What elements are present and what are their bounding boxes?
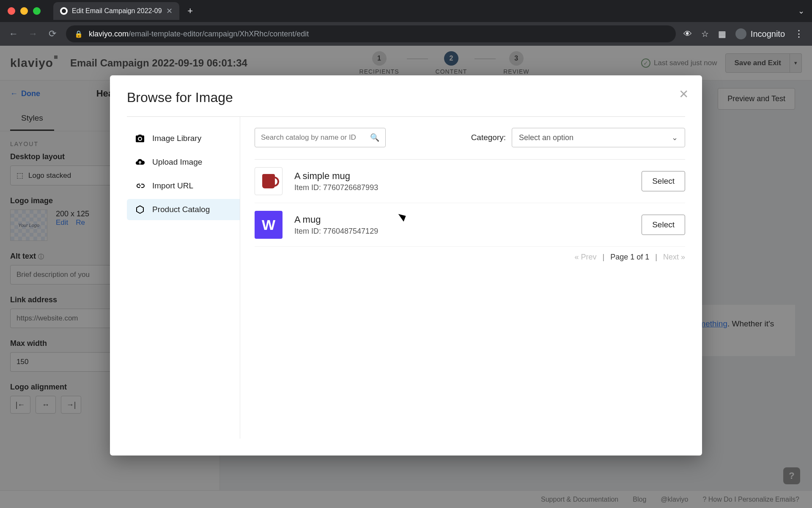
- url-host: klaviyo.com: [89, 30, 129, 38]
- select-product-button[interactable]: Select: [642, 215, 685, 235]
- modal-title: Browse for Image: [127, 90, 685, 105]
- browser-menu-icon[interactable]: ⋮: [794, 28, 804, 39]
- tab-strip: Edit Email Campaign 2022-09 ✕ + ⌄: [0, 0, 812, 22]
- window-controls: [8, 7, 41, 15]
- sidebar-item-image-library[interactable]: Image Library: [127, 128, 240, 149]
- incognito-icon: [735, 28, 746, 39]
- window-zoom-icon[interactable]: [33, 7, 41, 15]
- tab-favicon-icon: [60, 7, 68, 15]
- link-icon: [134, 181, 145, 190]
- browse-image-modal: Browse for Image ✕ Image Library Upload …: [110, 75, 702, 456]
- sidebar-item-label: Import URL: [152, 181, 193, 190]
- browser-chrome: Edit Email Campaign 2022-09 ✕ + ⌄ ← → ⟳ …: [0, 0, 812, 46]
- camera-icon: [134, 134, 145, 143]
- nav-forward-icon: →: [27, 28, 39, 39]
- incognito-label: Incognito: [751, 29, 785, 39]
- new-tab-button[interactable]: +: [184, 4, 197, 18]
- pagination: « Prev | Page 1 of 1 | Next »: [255, 253, 685, 262]
- chevron-down-icon: ⌄: [672, 133, 678, 142]
- extensions-icon[interactable]: ▦: [718, 29, 726, 39]
- sidebar-item-upload-image[interactable]: Upload Image: [127, 152, 240, 173]
- product-thumbnail: W: [255, 211, 283, 239]
- incognito-indicator: Incognito: [735, 28, 785, 39]
- modal-overlay[interactable]: Browse for Image ✕ Image Library Upload …: [0, 46, 812, 508]
- box-icon: [134, 205, 145, 214]
- catalog-search[interactable]: 🔍: [255, 128, 386, 147]
- tabs-chevron-down-icon[interactable]: ⌄: [798, 6, 804, 16]
- product-name: A simple mug: [294, 171, 630, 182]
- product-name: A mug: [294, 214, 630, 225]
- sidebar-item-import-url[interactable]: Import URL: [127, 175, 240, 196]
- cloud-upload-icon: [134, 157, 145, 167]
- sidebar-item-label: Product Catalog: [152, 205, 210, 214]
- modal-sidebar: Image Library Upload Image Import URL Pr…: [127, 117, 240, 439]
- pager-prev: « Prev: [574, 253, 596, 262]
- category-label: Category:: [471, 133, 506, 142]
- modal-close-icon[interactable]: ✕: [679, 87, 689, 101]
- address-bar-row: ← → ⟳ 🔒 klaviyo.com/email-template-edito…: [0, 22, 812, 46]
- product-id: Item ID: 7760487547129: [294, 227, 630, 236]
- category-value: Select an option: [519, 133, 573, 142]
- address-bar[interactable]: 🔒 klaviyo.com/email-template-editor/camp…: [66, 25, 676, 42]
- tab-title: Edit Email Campaign 2022-09: [72, 7, 162, 15]
- sidebar-item-label: Image Library: [152, 134, 201, 143]
- select-product-button[interactable]: Select: [642, 171, 685, 191]
- product-id: Item ID: 7760726687993: [294, 183, 630, 192]
- category-select[interactable]: Select an option ⌄: [512, 128, 685, 147]
- pager-next: Next »: [663, 253, 685, 262]
- nav-back-icon[interactable]: ←: [8, 28, 19, 39]
- window-minimize-icon[interactable]: [20, 7, 28, 15]
- sidebar-item-product-catalog[interactable]: Product Catalog: [127, 199, 240, 220]
- modal-main: 🔍 Category: Select an option ⌄ A simpl: [240, 117, 685, 439]
- pager-page-indicator: Page 1 of 1: [610, 253, 649, 262]
- product-thumbnail: [255, 167, 283, 195]
- catalog-search-input[interactable]: [261, 133, 370, 142]
- logo-w-icon: W: [262, 217, 275, 233]
- tab-close-icon[interactable]: ✕: [166, 6, 173, 16]
- window-close-icon[interactable]: [8, 7, 15, 15]
- nav-reload-icon[interactable]: ⟳: [47, 28, 58, 39]
- browser-tab[interactable]: Edit Email Campaign 2022-09 ✕: [53, 2, 179, 20]
- product-row: W A mug Item ID: 7760487547129 Select: [255, 203, 685, 247]
- product-row: A simple mug Item ID: 7760726687993 Sele…: [255, 160, 685, 203]
- lock-icon: 🔒: [74, 30, 83, 38]
- mug-icon: [262, 174, 275, 188]
- search-icon[interactable]: 🔍: [370, 133, 379, 142]
- sidebar-item-label: Upload Image: [152, 157, 202, 167]
- url-path: /email-template-editor/campaign/XhXRhc/c…: [129, 30, 309, 38]
- eye-off-icon[interactable]: 👁: [683, 29, 692, 39]
- bookmark-star-icon[interactable]: ☆: [701, 29, 709, 39]
